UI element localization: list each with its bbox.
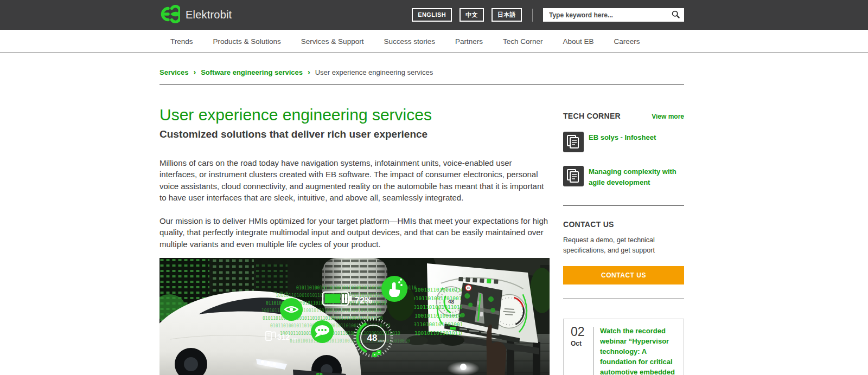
nav-item-success-stories[interactable]: Success stories: [384, 37, 435, 46]
tech-corner-item-agile[interactable]: Managing complexity with agile developme…: [563, 166, 684, 189]
document-icon: [563, 166, 584, 189]
page-title: User experience engineering services: [159, 106, 550, 124]
article-paragraph: Millions of cars on the road today have …: [159, 157, 550, 203]
elektrobit-logo[interactable]: Elektrobit: [159, 5, 232, 25]
event-date: 02 Oct: [571, 326, 591, 375]
logo-text: Elektrobit: [186, 9, 232, 21]
tech-corner-item-label: Managing complexity with agile developme…: [589, 166, 684, 189]
eb-logo-icon: [159, 5, 180, 25]
language-button-english[interactable]: ENGLISH: [412, 8, 452, 22]
sidebar-divider: [563, 205, 684, 206]
article-paragraph: Our mission is to deliver HMIs optimized…: [159, 215, 550, 250]
sidebar: TECH CORNER View more EB solys - Infoshe…: [563, 112, 684, 375]
top-header: Elektrobit ENGLISH 中文 日本語: [0, 0, 868, 30]
tech-corner-item-eb-solys[interactable]: EB solys - Infosheet: [563, 132, 684, 154]
event-link-text: Watch the recorded webinar “Hypervisor t…: [600, 326, 678, 375]
svg-text:010110100110100101101011010010: 0101101001101001011010110100101101001011…: [263, 316, 383, 321]
svg-text:20: 20: [467, 287, 470, 289]
nav-item-partners[interactable]: Partners: [455, 37, 483, 46]
nav-item-tech-corner[interactable]: Tech Corner: [503, 37, 543, 46]
svg-text:72%: 72%: [355, 296, 372, 305]
event-month: Oct: [571, 340, 591, 347]
event-divider: [593, 327, 594, 375]
event-card-webinar[interactable]: 02 Oct Watch the recorded webinar “Hyper…: [563, 319, 684, 375]
nav-item-about-eb[interactable]: About EB: [563, 37, 594, 46]
search-box: [543, 8, 684, 22]
svg-text:EB: EB: [316, 372, 323, 375]
contact-us-button[interactable]: CONTACT US: [563, 266, 684, 285]
nav-item-careers[interactable]: Careers: [614, 37, 640, 46]
search-icon: [672, 10, 680, 20]
contact-us-title: CONTACT US: [563, 220, 684, 229]
eye-icon: [280, 298, 303, 321]
event-day: 02: [571, 326, 591, 338]
nav-item-products-solutions[interactable]: Products & Solutions: [213, 37, 281, 46]
main-nav: Trends Products & Solutions Services & S…: [0, 30, 868, 53]
tech-corner-title: TECH CORNER: [563, 112, 621, 120]
chat-icon: [311, 320, 334, 343]
document-icon: [563, 132, 584, 154]
header-divider: [532, 9, 533, 22]
article-main: User experience engineering services Cus…: [159, 85, 550, 375]
sidebar-divider: [563, 299, 684, 299]
breadcrumb-current-page: User experience engineering services: [315, 68, 433, 76]
tech-corner-item-label: EB solys - Infosheet: [589, 132, 656, 154]
chevron-right-icon: ›: [308, 68, 310, 76]
touch-icon: [381, 276, 407, 302]
view-more-link[interactable]: View more: [652, 113, 684, 120]
hero-image-car-hmi: 48: [159, 258, 550, 375]
nav-item-services-support[interactable]: Services & Support: [301, 37, 364, 46]
breadcrumb-services[interactable]: Services: [159, 68, 189, 76]
svg-text:km/h: km/h: [378, 339, 385, 342]
language-button-japanese[interactable]: 日本語: [492, 8, 522, 22]
language-button-chinese[interactable]: 中文: [459, 8, 484, 22]
search-input[interactable]: [548, 11, 668, 20]
chevron-right-icon: ›: [194, 68, 196, 76]
svg-text:km: km: [292, 337, 298, 341]
svg-text:100101101001011010010110100101: 1001011010010110100101101001011010100101…: [261, 308, 382, 313]
page-content: Services › Software engineering services…: [0, 68, 868, 375]
svg-text:48: 48: [367, 333, 378, 343]
svg-text:312: 312: [277, 333, 290, 341]
page-subtitle: Customized solutions that deliver rich u…: [159, 128, 550, 140]
contact-us-text: Request a demo, get technical specificat…: [563, 235, 684, 256]
search-button[interactable]: [672, 10, 680, 20]
breadcrumb-software-engineering[interactable]: Software engineering services: [201, 68, 303, 76]
nav-item-trends[interactable]: Trends: [170, 37, 193, 46]
breadcrumb: Services › Software engineering services…: [159, 68, 684, 76]
